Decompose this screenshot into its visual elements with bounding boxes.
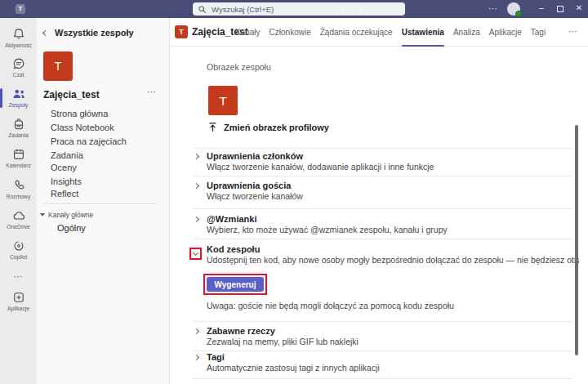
sidebar-item-insights[interactable]: Insights <box>51 176 82 188</box>
divider <box>194 351 572 351</box>
section-member-permissions-title[interactable]: Uprawnienia członków <box>207 151 303 161</box>
rail-label: Aktywność <box>0 42 37 48</box>
tab-settings[interactable]: Ustawienia <box>402 18 444 47</box>
team-name[interactable]: Zajęcia_test <box>43 89 100 100</box>
search-box[interactable] <box>193 2 405 16</box>
rail-label: Kalendarz <box>0 163 37 168</box>
search-input[interactable] <box>212 5 400 14</box>
cloud-icon <box>0 208 37 223</box>
teams-app-icon: T <box>16 4 25 14</box>
window-minimize-button[interactable]: – <box>535 0 548 18</box>
rail-label: Aplikacje <box>0 306 37 311</box>
rail-label: Zespoły <box>0 102 37 108</box>
divider <box>194 378 572 379</box>
annotation-box-button: Wygeneruj <box>203 274 267 295</box>
tab-analytics[interactable]: Analiza <box>453 18 480 47</box>
section-team-code-title[interactable]: Kod zespołu <box>207 244 260 254</box>
section-member-permissions-desc: Włącz tworzenie kanałów, dodawanie aplik… <box>207 162 434 172</box>
chevron-left-icon <box>42 29 48 35</box>
rail-item-calendar[interactable]: Kalendarz <box>0 147 37 168</box>
section-guest-permissions-title[interactable]: Uprawnienia gościa <box>207 181 291 190</box>
chat-icon <box>0 56 37 71</box>
sidebar-item-assignments[interactable]: Zadania <box>51 150 83 162</box>
teams-app-window: T ‹ › ⋯ – ✕ Aktywność Czat <box>0 0 588 384</box>
window-maximize-button[interactable] <box>557 6 564 12</box>
phone-icon <box>0 178 37 193</box>
main-panel: T Zajęcia_test Kanały Członkowie Żądania… <box>170 18 588 384</box>
annotation-box-chevron <box>189 248 202 260</box>
team-picture: T <box>208 86 238 115</box>
window-close-button[interactable]: ✕ <box>572 0 586 18</box>
titlebar-more-icon[interactable]: ⋯ <box>488 0 498 18</box>
divider <box>194 148 572 149</box>
section-tags-title[interactable]: Tagi <box>207 352 225 362</box>
change-picture-label: Zmień obrazek profilowy <box>224 123 329 132</box>
teams-icon <box>0 87 37 101</box>
rail-item-teams[interactable]: Zespoły <box>0 87 37 108</box>
section-mentions-title[interactable]: @Wzmianki <box>207 214 256 224</box>
divider <box>194 321 572 322</box>
team-sidebar: Wszystkie zespoły T Zajęcia_test ⋯ Stron… <box>37 18 170 384</box>
rail-item-assignments[interactable]: Zadania <box>0 117 37 138</box>
generate-code-button[interactable]: Wygeneruj <box>207 277 264 292</box>
chevron-right-icon[interactable] <box>194 355 199 360</box>
copilot-icon <box>0 239 37 253</box>
search-icon <box>198 5 207 14</box>
tab-members[interactable]: Członkowie <box>270 18 311 47</box>
team-header: T Zajęcia_test Kanały Członkowie Żądania… <box>170 18 588 47</box>
bell-icon <box>0 27 37 42</box>
tab-channels[interactable]: Kanały <box>235 18 261 47</box>
sidebar-item-class-notebook[interactable]: Class Notebook <box>51 123 114 134</box>
rail-item-chat[interactable]: Czat <box>0 56 37 78</box>
tab-bar: Kanały Członkowie Żądania oczekujące Ust… <box>235 18 546 47</box>
channels-header-label: Kanały główne <box>48 211 93 219</box>
section-mentions-desc: Wybierz, kto może używać @wzmianek zespo… <box>207 225 448 234</box>
tab-pending-requests[interactable]: Żądania oczekujące <box>320 18 393 47</box>
title-bar: T ‹ › ⋯ – ✕ <box>0 0 588 18</box>
calendar-icon <box>0 147 37 162</box>
sidebar-item-home[interactable]: Strona główna <box>51 109 108 120</box>
vertical-scrollbar[interactable] <box>575 125 578 355</box>
chevron-down-icon <box>40 213 45 217</box>
sidebar-item-classwork[interactable]: Praca na zajęciach <box>51 136 127 148</box>
divider <box>194 239 572 239</box>
header-more-icon[interactable]: ⋯ <box>568 18 578 47</box>
chevron-right-icon[interactable] <box>194 328 199 334</box>
tab-tags[interactable]: Tagi <box>531 18 546 47</box>
all-teams-label: Wszystkie zespoły <box>55 28 134 38</box>
rail-label: Rozmowy <box>0 194 37 199</box>
chevron-right-icon[interactable] <box>194 183 199 189</box>
sidebar-item-grades[interactable]: Oceny <box>51 163 77 174</box>
rail-item-calls[interactable]: Rozmowy <box>0 178 37 199</box>
rail-label: Copilot <box>0 254 37 260</box>
chevron-down-icon[interactable] <box>193 250 198 256</box>
upload-icon <box>207 122 218 132</box>
app-rail: Aktywność Czat Zespoły Zadania Kalendarz <box>0 18 37 384</box>
rail-item-onedrive[interactable]: OneDrive <box>0 208 37 230</box>
settings-content: Obrazek zespołu T Zmień obrazek profilow… <box>170 47 588 384</box>
section-guest-permissions-desc: Włącz tworzenie kanałów <box>207 191 303 201</box>
rail-more-icon[interactable]: ⋯ <box>0 271 37 282</box>
change-picture-button[interactable]: Zmień obrazek profilowy <box>207 122 329 132</box>
sidebar-item-reflect[interactable]: Reflect <box>51 189 78 200</box>
channel-item-general[interactable]: Ogólny <box>57 223 86 233</box>
section-fun-stuff-desc: Zezwalaj na memy, pliki GIF lub naklejki <box>207 337 359 346</box>
team-avatar-large[interactable]: T <box>43 51 73 81</box>
rail-item-activity[interactable]: Aktywność <box>0 27 37 48</box>
user-avatar[interactable] <box>507 2 520 16</box>
team-picture-label: Obrazek zespołu <box>207 62 271 72</box>
rail-item-apps[interactable]: Aplikacje <box>0 290 37 311</box>
chevron-right-icon[interactable] <box>194 217 199 222</box>
chevron-right-icon[interactable] <box>194 154 199 159</box>
backpack-icon <box>0 117 37 132</box>
team-avatar-small: T <box>175 25 188 38</box>
team-code-note: Uwaga: goście nie będą mogli dołączyć za… <box>207 301 454 310</box>
rail-item-copilot[interactable]: Copilot <box>0 239 37 260</box>
sidebar-divider <box>43 203 158 204</box>
tab-apps[interactable]: Aplikacje <box>489 18 522 47</box>
channels-header[interactable]: Kanały główne <box>40 211 93 219</box>
section-fun-stuff-title[interactable]: Zabawne rzeczy <box>207 326 275 336</box>
status-available-icon <box>515 11 522 17</box>
team-more-icon[interactable]: ⋯ <box>147 87 157 97</box>
all-teams-back-button[interactable]: Wszystkie zespoły <box>43 28 134 38</box>
